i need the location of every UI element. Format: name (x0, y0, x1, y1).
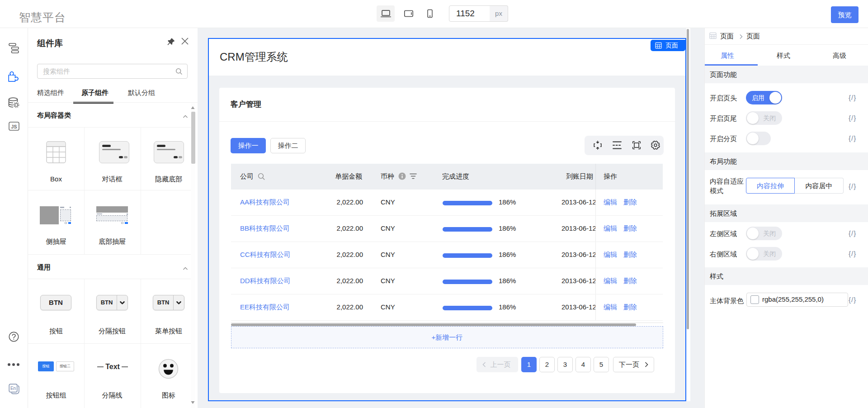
svg-text:En: En (10, 386, 16, 391)
svg-text:JS: JS (11, 124, 17, 129)
